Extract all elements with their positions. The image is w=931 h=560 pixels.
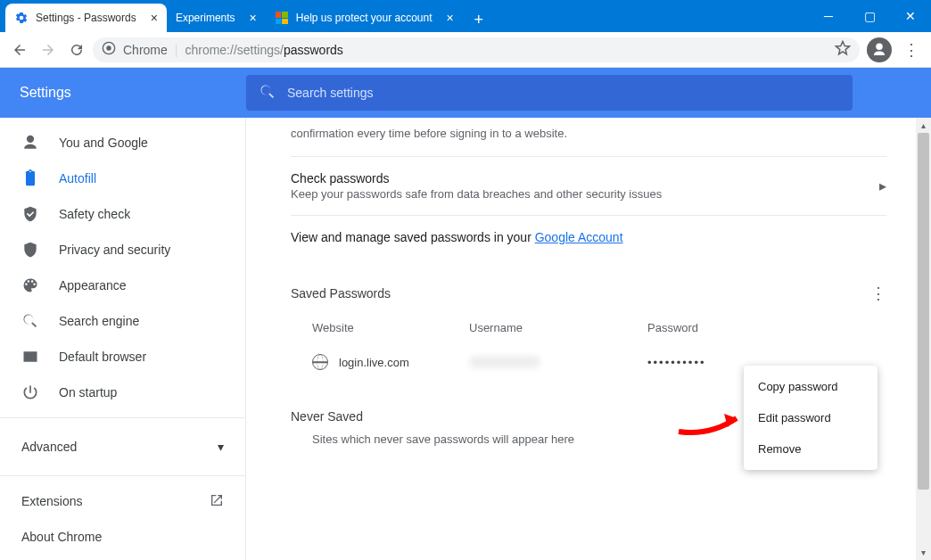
url-prefix: chrome://settings/ (185, 43, 284, 57)
sidebar-about-label: About Chrome (21, 530, 102, 544)
sidebar-item-label: Safety check (59, 207, 130, 221)
tab-title: Experiments (176, 12, 235, 24)
sidebar-item-you-and-google[interactable]: You and Google (0, 125, 245, 161)
scroll-thumb[interactable] (918, 133, 929, 490)
external-link-icon (210, 493, 224, 510)
sidebar-advanced-label: Advanced (21, 440, 77, 454)
toolbar: Chrome | chrome://settings/passwords ⋮ (0, 32, 931, 68)
window-controls: ─ ▢ ✕ (808, 0, 931, 32)
more-options-button[interactable]: ⋮ (870, 284, 886, 303)
search-icon (259, 83, 276, 103)
tab-strip: Settings - Passwords × Experiments × Hel… (0, 0, 808, 32)
sidebar-item-privacy-security[interactable]: Privacy and security (0, 232, 245, 268)
search-icon (21, 312, 39, 330)
tab-ms-account[interactable]: Help us protect your account × (266, 4, 463, 32)
gear-icon (14, 11, 29, 25)
close-icon[interactable]: × (250, 11, 257, 25)
globe-icon (312, 354, 328, 370)
chrome-menu-button[interactable]: ⋮ (899, 37, 924, 62)
close-window-button[interactable]: ✕ (890, 0, 931, 32)
sidebar-about-chrome[interactable]: About Chrome (0, 519, 245, 555)
sidebar-item-label: Search engine (59, 314, 139, 328)
sidebar-extensions-label: Extensions (21, 494, 82, 508)
maximize-button[interactable]: ▢ (849, 0, 890, 32)
power-icon (21, 383, 39, 401)
manage-passwords-row: View and manage saved passwords in your … (291, 215, 886, 259)
close-icon[interactable]: × (151, 11, 158, 25)
shield-check-icon (21, 205, 39, 223)
url-path: passwords (284, 43, 343, 57)
col-password: Password (647, 321, 886, 334)
manage-text: View and manage saved passwords in your (291, 230, 535, 244)
password-context-menu: Copy password Edit password Remove (744, 366, 877, 470)
sidebar-item-label: On startup (59, 385, 117, 399)
chevron-right-icon: ▸ (879, 177, 886, 194)
bookmark-star-icon[interactable] (835, 40, 851, 59)
sidebar-item-label: Appearance (59, 278, 127, 292)
sidebar-extensions[interactable]: Extensions (0, 483, 245, 519)
settings-main: confirmation every time before signing i… (246, 118, 931, 560)
browser-icon (21, 348, 39, 366)
password-site: login.live.com (339, 356, 409, 369)
sidebar-item-autofill[interactable]: Autofill (0, 161, 245, 196)
new-tab-button[interactable]: + (466, 7, 491, 32)
address-bar[interactable]: Chrome | chrome://settings/passwords (93, 37, 860, 62)
username-hidden (469, 356, 540, 368)
forward-button[interactable] (36, 37, 61, 62)
settings-title: Settings (20, 85, 246, 101)
microsoft-icon (275, 11, 289, 25)
reload-button[interactable] (64, 37, 89, 62)
menu-copy-password[interactable]: Copy password (744, 371, 877, 402)
search-settings-input[interactable]: Search settings (246, 75, 853, 111)
sidebar-item-safety-check[interactable]: Safety check (0, 196, 245, 232)
svg-point-1 (106, 45, 111, 50)
clipboard-icon (21, 169, 39, 187)
menu-edit-password[interactable]: Edit password (744, 402, 877, 433)
check-passwords-sub: Keep your passwords safe from data breac… (291, 187, 662, 201)
back-button[interactable] (7, 37, 32, 62)
menu-remove[interactable]: Remove (744, 433, 877, 465)
sidebar-item-appearance[interactable]: Appearance (0, 268, 245, 303)
annotation-arrow (674, 405, 754, 444)
window-titlebar: Settings - Passwords × Experiments × Hel… (0, 0, 931, 32)
profile-avatar[interactable] (867, 37, 892, 62)
scroll-down-button[interactable]: ▾ (916, 545, 931, 560)
sidebar-item-default-browser[interactable]: Default browser (0, 339, 245, 375)
saved-passwords-header: Saved Passwords ⋮ (291, 259, 886, 316)
settings-body: You and Google Autofill Safety check Pri… (0, 118, 931, 560)
sidebar-item-label: You and Google (59, 136, 148, 150)
sidebar-item-label: Privacy and security (59, 243, 170, 257)
col-username: Username (469, 321, 647, 334)
vertical-scrollbar[interactable]: ▴ ▾ (916, 118, 931, 560)
tab-settings-passwords[interactable]: Settings - Passwords × (5, 4, 167, 32)
person-icon (21, 134, 39, 152)
tab-title: Settings - Passwords (36, 12, 136, 24)
check-passwords-row[interactable]: Check passwords Keep your passwords safe… (291, 156, 886, 215)
sidebar-item-search-engine[interactable]: Search engine (0, 303, 245, 339)
chevron-down-icon: ▾ (218, 440, 224, 454)
check-passwords-title: Check passwords (291, 171, 662, 185)
sidebar-item-on-startup[interactable]: On startup (0, 375, 245, 410)
settings-sidebar: You and Google Autofill Safety check Pri… (0, 118, 246, 560)
sidebar-advanced[interactable]: Advanced ▾ (0, 425, 245, 468)
sidebar-item-label: Default browser (59, 350, 146, 364)
scroll-up-button[interactable]: ▴ (916, 118, 931, 133)
tab-experiments[interactable]: Experiments × (167, 4, 266, 32)
chrome-icon (102, 41, 116, 58)
saved-passwords-title: Saved Passwords (291, 286, 391, 301)
google-account-link[interactable]: Google Account (535, 230, 623, 244)
col-website: Website (291, 321, 469, 334)
close-icon[interactable]: × (447, 11, 454, 25)
palette-icon (21, 276, 39, 294)
sidebar-item-label: Autofill (59, 171, 96, 185)
shield-icon (21, 241, 39, 259)
truncated-description: confirmation every time before signing i… (291, 118, 886, 156)
url-scheme: Chrome (123, 43, 168, 57)
search-placeholder: Search settings (287, 86, 374, 100)
minimize-button[interactable]: ─ (808, 0, 849, 32)
password-table-header: Website Username Password (291, 316, 886, 345)
settings-header: Settings Search settings (0, 68, 931, 118)
tab-title: Help us protect your account (296, 12, 433, 24)
